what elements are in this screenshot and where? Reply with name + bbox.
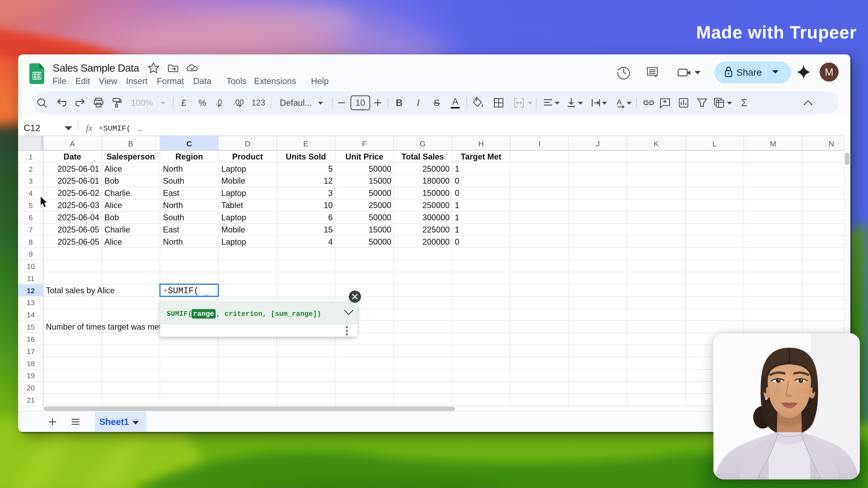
svg-text:2025-06-01: 2025-06-01 <box>58 176 99 186</box>
svg-text:Region: Region <box>176 152 203 161</box>
svg-text:Sheet1: Sheet1 <box>99 417 129 427</box>
svg-text:2025-06-02: 2025-06-02 <box>58 188 99 198</box>
svg-text:2025-06-01: 2025-06-01 <box>58 164 99 173</box>
svg-text:K: K <box>654 139 659 148</box>
svg-text:Laptop: Laptop <box>221 237 246 247</box>
svg-text:Laptop: Laptop <box>221 188 246 198</box>
svg-text:Target Met: Target Met <box>461 152 501 161</box>
svg-text:A: A <box>70 139 75 148</box>
svg-text:2025-06-04: 2025-06-04 <box>58 213 99 222</box>
svg-text:13: 13 <box>27 299 35 307</box>
svg-text:4: 4 <box>29 189 33 197</box>
svg-text:10: 10 <box>27 262 35 270</box>
svg-text:100%: 100% <box>131 98 153 107</box>
svg-text:2: 2 <box>29 165 33 173</box>
svg-text:0: 0 <box>455 188 459 198</box>
svg-text:50000: 50000 <box>369 188 391 198</box>
svg-text:F: F <box>362 139 367 148</box>
svg-text:A: A <box>452 96 458 106</box>
svg-text:1: 1 <box>455 225 459 234</box>
svg-text:North: North <box>163 201 183 210</box>
svg-text:Charlie: Charlie <box>104 225 130 234</box>
svg-text:+SUMIF(: +SUMIF( <box>98 124 131 133</box>
svg-text:Laptop: Laptop <box>221 164 246 173</box>
svg-text:Alice: Alice <box>104 201 122 210</box>
svg-text:10: 10 <box>355 98 365 107</box>
svg-text:M: M <box>770 139 776 148</box>
svg-text:19: 19 <box>27 372 35 380</box>
svg-text:Charlie: Charlie <box>104 188 130 198</box>
svg-text:1: 1 <box>455 213 459 222</box>
svg-text:M: M <box>825 66 833 78</box>
svg-text:View: View <box>99 76 117 86</box>
svg-text:£: £ <box>181 98 186 108</box>
svg-text:4: 4 <box>328 237 333 247</box>
svg-text:6: 6 <box>29 214 33 222</box>
svg-text:Format: Format <box>157 76 184 86</box>
svg-text:E: E <box>303 139 309 148</box>
svg-text:Alice: Alice <box>104 164 122 173</box>
svg-text:2025-06-05: 2025-06-05 <box>58 225 99 234</box>
svg-text:Total Sales: Total Sales <box>401 152 444 161</box>
svg-text:%: % <box>198 98 206 108</box>
svg-text:3: 3 <box>29 177 33 185</box>
svg-text:Bob: Bob <box>104 176 119 186</box>
svg-text:G: G <box>420 139 426 148</box>
svg-text:Edit: Edit <box>75 76 90 86</box>
svg-text:Mobile: Mobile <box>221 176 245 186</box>
svg-text:250000: 250000 <box>423 201 450 210</box>
svg-text:, criterion, [sum_range]): , criterion, [sum_range]) <box>216 310 321 318</box>
svg-text:123: 123 <box>252 98 265 107</box>
svg-text:3: 3 <box>328 188 333 198</box>
svg-text:Total sales by Alice: Total sales by Alice <box>46 286 115 295</box>
svg-text:Tablet: Tablet <box>221 201 243 210</box>
svg-text:I: I <box>538 139 540 148</box>
svg-text:Unit Price: Unit Price <box>345 152 383 161</box>
svg-text:0: 0 <box>455 237 459 247</box>
svg-text:Extensions: Extensions <box>254 76 296 86</box>
svg-text:B: B <box>396 97 403 108</box>
svg-text:14: 14 <box>27 311 35 319</box>
svg-text:C: C <box>186 139 192 148</box>
svg-text:Alice: Alice <box>104 237 122 247</box>
svg-text:South: South <box>163 176 184 186</box>
svg-text:5: 5 <box>29 201 33 210</box>
svg-text:15: 15 <box>27 323 35 331</box>
svg-text:8: 8 <box>29 238 33 246</box>
svg-text:B: B <box>128 139 133 148</box>
svg-text:18: 18 <box>27 360 35 368</box>
svg-text:Σ: Σ <box>741 97 747 108</box>
svg-text:10: 10 <box>324 201 333 210</box>
svg-text:South: South <box>163 213 184 222</box>
svg-text:0: 0 <box>455 176 459 186</box>
svg-text:1: 1 <box>29 153 33 161</box>
svg-text:16: 16 <box>27 335 35 344</box>
svg-text:SUMIF(: SUMIF( <box>167 310 192 318</box>
svg-text:Data: Data <box>193 76 212 86</box>
svg-text:1: 1 <box>455 164 459 173</box>
svg-text:H: H <box>478 139 484 148</box>
svg-text:50000: 50000 <box>369 164 391 173</box>
svg-text:2025-06-05: 2025-06-05 <box>58 237 99 247</box>
svg-text:East: East <box>163 225 179 234</box>
svg-text:N: N <box>829 139 834 148</box>
svg-text:1: 1 <box>455 201 459 210</box>
svg-text:50000: 50000 <box>369 237 391 247</box>
svg-text:7: 7 <box>29 226 33 234</box>
svg-text:250000: 250000 <box>423 164 450 173</box>
svg-text:fx: fx <box>86 123 92 133</box>
svg-text:15: 15 <box>324 225 333 234</box>
svg-text:200000: 200000 <box>423 237 450 247</box>
svg-text:12: 12 <box>27 287 35 295</box>
svg-text:Share: Share <box>737 67 762 78</box>
svg-text:300000: 300000 <box>423 213 450 222</box>
svg-text:J: J <box>596 139 600 148</box>
svg-text:25000: 25000 <box>369 201 391 210</box>
svg-text:L: L <box>712 139 717 148</box>
svg-text:C12: C12 <box>24 123 40 133</box>
svg-text:150000: 150000 <box>423 188 450 198</box>
svg-text:A: A <box>617 98 622 106</box>
svg-text:Date: Date <box>64 152 81 161</box>
svg-text:225000: 225000 <box>423 225 450 234</box>
svg-text:50000: 50000 <box>369 213 391 222</box>
